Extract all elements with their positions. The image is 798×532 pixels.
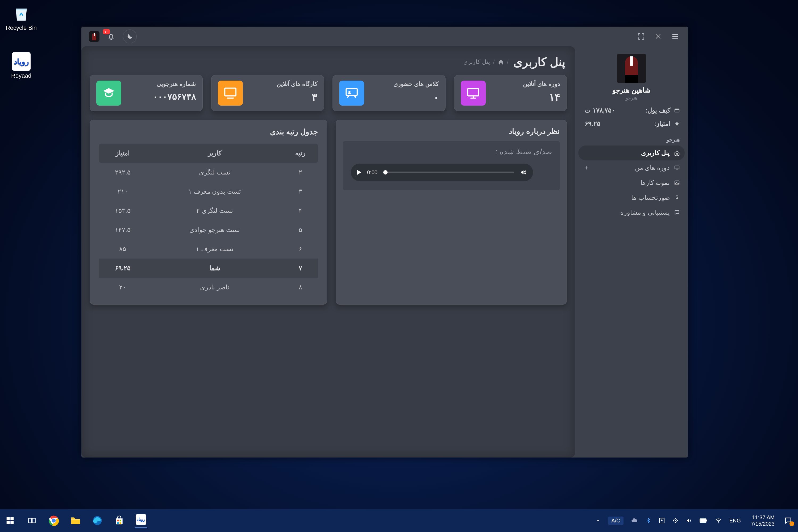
cell-rank: ۳ (283, 182, 318, 201)
taskbar-chrome[interactable] (48, 514, 60, 527)
taskbar-edge[interactable] (91, 514, 104, 527)
star-icon (674, 121, 680, 127)
audio-time: 0:00 (367, 169, 377, 175)
svg-point-18 (52, 519, 56, 523)
taskbar-royaad[interactable]: رویاد (135, 513, 147, 528)
sidebar-item-dashboard[interactable]: پنل کاربری (578, 146, 685, 160)
hamburger-icon (671, 33, 679, 40)
card-online-courses[interactable]: دوره های آنلاین ۱۴ (454, 75, 567, 111)
svg-rect-20 (117, 520, 119, 521)
points-label: امتیاز: (654, 120, 670, 128)
card-value: ۱۴ (523, 91, 560, 103)
home-icon[interactable] (498, 59, 504, 65)
taskbar-store[interactable] (113, 514, 126, 527)
notifications-button[interactable]: ۱۰ (106, 31, 116, 42)
sidebar-section-title: هنرجو (583, 136, 680, 143)
close-icon (655, 33, 661, 40)
tray-wifi-icon[interactable] (715, 517, 722, 524)
tray-clock[interactable]: 11:37 AM 7/15/2023 (751, 514, 775, 527)
start-button[interactable] (4, 514, 17, 527)
moon-icon (126, 33, 133, 40)
fullscreen-icon (637, 33, 645, 40)
audio-seekbar[interactable] (383, 172, 514, 173)
tray-bluetooth-icon[interactable] (645, 518, 651, 524)
sidebar: شاهین هنرجو هنرجو کیف پول: ۱۷۸,۷۵۰ ت امت… (575, 46, 688, 457)
tray-battery-icon[interactable] (700, 518, 707, 523)
plus-icon: + (585, 164, 588, 172)
feedback-title: نظر درباره رویاد (343, 127, 560, 136)
stat-cards: دوره های آنلاین ۱۴ کلاس های حضوری ۰ (90, 75, 567, 111)
image-icon (674, 180, 680, 186)
sidebar-item-portfolio[interactable]: نمونه کارها (578, 175, 685, 190)
cell-user: تست بدون معرف ۱ (147, 182, 283, 201)
tray-update-icon[interactable] (659, 517, 665, 524)
sidebar-item-invoices[interactable]: صورتحساب ها (578, 190, 685, 205)
svg-rect-15 (28, 518, 32, 523)
breadcrumb-current: پنل کاربری (463, 58, 490, 65)
app-window: ۱۰ (81, 26, 688, 457)
svg-rect-0 (94, 33, 95, 36)
task-view-button[interactable] (25, 514, 38, 527)
desktop-icon-recycle-bin[interactable]: Recycle Bin (5, 4, 37, 32)
windows-taskbar: رویاد A/C ENG 11:37 AM 7/15/2023 1 (0, 509, 798, 532)
tray-onedrive-icon[interactable] (631, 517, 638, 524)
svg-rect-14 (11, 521, 14, 524)
ranking-title: جدول رتبه بندی (99, 128, 318, 136)
card-inperson-classes[interactable]: کلاس های حضوری ۰ (332, 75, 445, 111)
tray-time: 11:37 AM (751, 514, 775, 520)
table-row: ۵تست هنرجو جوادی۱۴۷.۵ (99, 220, 318, 240)
svg-rect-16 (32, 518, 35, 523)
points-row: امتیاز: ۶۹.۲۵ (583, 120, 680, 128)
tray-notif-badge: 1 (790, 521, 794, 526)
user-name: شاهین هنرجو (575, 86, 688, 94)
avatar[interactable] (617, 54, 646, 83)
tray-volume-icon[interactable] (686, 517, 692, 524)
svg-rect-29 (706, 520, 707, 521)
sidebar-item-label: صورتحساب ها (631, 194, 670, 201)
desktop-icon-royaad[interactable]: رویاد Royaad (5, 52, 37, 79)
cell-user: تست لنگری (147, 163, 283, 182)
ranking-panel: جدول رتبه بندی رتبه کاربر امتیاز ۲تست لن… (90, 120, 327, 305)
app-logo[interactable] (89, 31, 99, 42)
tray-notifications[interactable]: 1 (782, 514, 794, 527)
card-label: دوره های آنلاین (523, 81, 560, 88)
sidebar-item-my-courses[interactable]: دوره های من + (578, 160, 685, 175)
tray-lang[interactable]: ENG (729, 518, 741, 524)
volume-icon[interactable] (520, 169, 527, 176)
svg-rect-21 (120, 520, 121, 521)
svg-rect-11 (7, 517, 10, 520)
svg-rect-10 (225, 88, 236, 96)
points-value: ۶۹.۲۵ (585, 120, 600, 128)
audio-player[interactable]: 0:00 (351, 164, 533, 181)
user-role: هنرجو (575, 95, 688, 101)
cell-points: ۸۵ (99, 240, 147, 259)
col-rank: رتبه (283, 144, 318, 163)
close-button[interactable] (653, 31, 663, 42)
tray-location-icon[interactable] (672, 518, 678, 524)
theme-toggle[interactable] (123, 30, 137, 43)
taskbar-explorer[interactable] (69, 514, 82, 527)
cell-points: ۶۹.۲۵ (99, 259, 147, 278)
card-online-workshops[interactable]: کارگاه های آنلاین ۳ (211, 75, 324, 111)
tray-chevron-up-icon[interactable] (595, 518, 601, 523)
cell-user: تست هنرجو جوادی (147, 220, 283, 240)
play-icon[interactable] (357, 170, 361, 175)
tray-ac[interactable]: A/C (608, 517, 623, 525)
sidebar-item-support[interactable]: پشتیبانی و مشاوره (578, 205, 685, 220)
svg-rect-4 (675, 166, 679, 169)
cell-rank: ۵ (283, 220, 318, 240)
cell-rank: ۲ (283, 163, 318, 182)
sidebar-item-label: دوره های من (635, 164, 670, 172)
wallet-icon (674, 108, 680, 113)
card-label: شماره هنرجویی (153, 81, 196, 88)
menu-button[interactable] (670, 31, 680, 42)
cell-rank: ۶ (283, 240, 318, 259)
sidebar-item-label: نمونه کارها (641, 179, 670, 187)
cell-points: ۱۴۷.۵ (99, 220, 147, 240)
card-student-number[interactable]: شماره هنرجویی ۰۰۰۷۵۶۷۴۸ (90, 75, 203, 111)
sidebar-item-label: پشتیبانی و مشاوره (620, 209, 670, 216)
svg-point-9 (348, 91, 350, 93)
notifications-badge: ۱۰ (103, 29, 110, 34)
royaad-icon: رویاد (12, 52, 31, 71)
fullscreen-button[interactable] (636, 31, 646, 42)
